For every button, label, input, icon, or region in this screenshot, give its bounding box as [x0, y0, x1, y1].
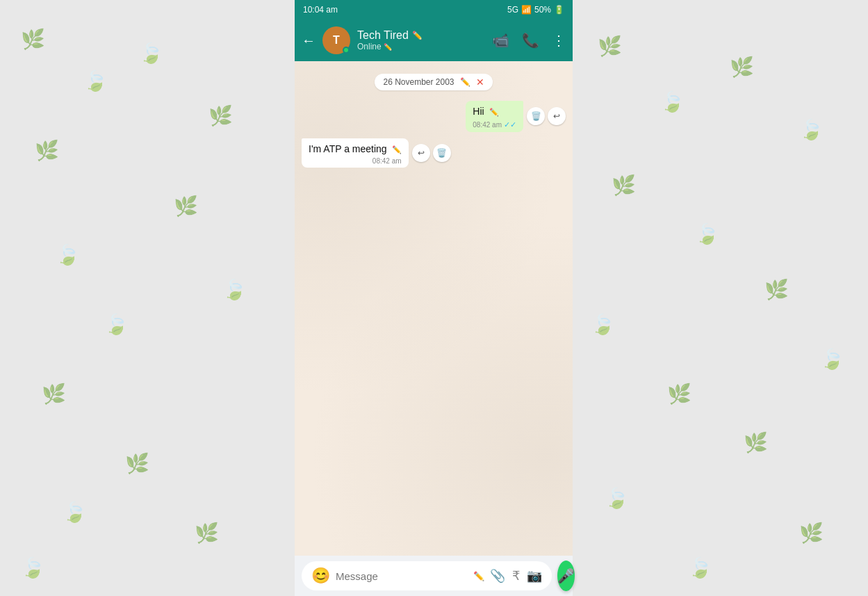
reply-message-button[interactable]: ↩ — [412, 144, 430, 162]
leaf-decoration: 🍃 — [605, 487, 629, 510]
message-wrapper: I'm ATP a meeting ✏️ 08:42 am ↩ 🗑️ — [302, 138, 451, 168]
camera-button[interactable]: 📷 — [527, 568, 542, 583]
leaf-decoration: 🍃 — [695, 223, 719, 245]
message-text: I'm ATP a meeting ✏️ — [309, 143, 402, 156]
leaf-decoration: 🍃 — [591, 313, 615, 336]
chat-header: ← T Tech Tired ✏️ Online ✏️ 📹 📞 ⋮ — [295, 19, 573, 61]
back-button[interactable]: ← — [302, 33, 316, 49]
leaf-decoration: 🍃 — [688, 556, 712, 579]
leaf-decoration: 🍃 — [56, 243, 80, 266]
message-wrapper: 🗑️ ↩ Hii ✏️ 08:42 am ✓✓ — [466, 101, 566, 132]
message-text: Hii ✏️ — [473, 105, 516, 119]
leaf-decoration: 🌿 — [744, 431, 768, 454]
leaf-decoration: 🌿 — [764, 278, 789, 301]
leaf-decoration: 🌿 — [125, 452, 149, 475]
leaf-decoration: 🌿 — [42, 382, 66, 405]
delete-message-button[interactable]: 🗑️ — [433, 144, 451, 162]
leaf-decoration: 🌿 — [667, 382, 691, 405]
leaf-decoration: 🍃 — [21, 556, 45, 579]
message-footer: 08:42 am — [309, 157, 402, 165]
sent-message-bubble[interactable]: Hii ✏️ 08:42 am ✓✓ — [466, 101, 523, 132]
leaf-decoration: 🌿 — [35, 139, 59, 162]
battery-icon: 🔋 — [554, 5, 564, 15]
battery-level: 50% — [534, 5, 551, 15]
leaf-decoration: 🍃 — [820, 348, 844, 371]
leaf-decoration: 🍃 — [222, 278, 247, 301]
edit-name-icon[interactable]: ✏️ — [412, 31, 423, 40]
time-display: 10:04 am — [303, 5, 338, 15]
leaf-decoration: 🌿 — [612, 174, 636, 197]
emoji-button[interactable]: 😊 — [311, 567, 330, 585]
message-actions: ↩ 🗑️ — [412, 144, 451, 162]
message-time: 08:42 am — [473, 121, 502, 129]
contact-status: Online ✏️ — [357, 42, 485, 51]
leaf-decoration: 🌿 — [799, 522, 824, 545]
leaf-decoration: 🌿 — [195, 522, 219, 545]
video-call-button[interactable]: 📹 — [492, 32, 509, 49]
status-bar: 10:04 am 5G 📶 50% 🔋 — [295, 0, 573, 19]
leaf-decoration: 🍃 — [139, 42, 163, 65]
mic-button[interactable]: 🎤 — [557, 561, 575, 591]
chat-messages-area: 26 November 2003 ✏️ ✕ 🗑️ ↩ Hii ✏️ 08: — [295, 61, 573, 556]
leaf-decoration: 🍃 — [104, 313, 129, 336]
contact-info[interactable]: Tech Tired ✏️ Online ✏️ — [357, 29, 485, 51]
date-separator: 26 November 2003 ✏️ ✕ — [302, 74, 566, 90]
leaf-decoration: 🍃 — [660, 90, 685, 113]
message-ticks: ✓✓ — [504, 120, 516, 129]
phone-call-button[interactable]: 📞 — [522, 32, 539, 49]
contact-name: Tech Tired ✏️ — [357, 29, 485, 42]
date-close-button[interactable]: ✕ — [476, 76, 484, 88]
leaf-decoration: 🍃 — [83, 70, 108, 92]
date-text: 26 November 2003 — [383, 77, 454, 87]
message-input-area: 😊 ✏️ 📎 ₹ 📷 🎤 — [295, 556, 573, 596]
mic-icon: 🎤 — [557, 567, 575, 584]
status-indicators: 5G 📶 50% 🔋 — [507, 5, 564, 15]
delete-message-button[interactable]: 🗑️ — [527, 107, 545, 125]
header-action-icons: 📹 📞 ⋮ — [492, 32, 566, 49]
edit-status-icon[interactable]: ✏️ — [384, 43, 392, 51]
leaf-decoration: 🌿 — [21, 28, 45, 51]
leaf-decoration: 🍃 — [63, 501, 87, 524]
message-edit-icon: ✏️ — [473, 571, 484, 581]
online-indicator — [343, 47, 350, 54]
signal-icon: 📶 — [521, 5, 532, 15]
leaf-decoration: 🌿 — [174, 195, 198, 218]
leaf-decoration: 🌿 — [730, 56, 754, 79]
reply-message-button[interactable]: ↩ — [548, 107, 566, 125]
message-row-received: I'm ATP a meeting ✏️ 08:42 am ↩ 🗑️ — [302, 138, 566, 168]
message-footer: 08:42 am ✓✓ — [473, 120, 516, 129]
input-action-icons: 📎 ₹ 📷 — [490, 568, 542, 583]
date-edit-icon[interactable]: ✏️ — [460, 77, 470, 87]
leaf-decoration: 🌿 — [208, 104, 233, 127]
message-input-container: 😊 ✏️ 📎 ₹ 📷 — [302, 561, 552, 590]
message-row-sent: 🗑️ ↩ Hii ✏️ 08:42 am ✓✓ — [302, 101, 566, 132]
leaf-decoration: 🌿 — [598, 35, 622, 58]
message-edit-icon[interactable]: ✏️ — [392, 145, 402, 154]
rupee-button[interactable]: ₹ — [512, 568, 520, 583]
message-actions: 🗑️ ↩ — [527, 107, 566, 125]
contact-avatar-container[interactable]: T — [322, 26, 350, 54]
network-indicator: 5G — [507, 5, 518, 15]
message-edit-icon[interactable]: ✏️ — [489, 108, 499, 116]
attach-button[interactable]: 📎 — [490, 568, 505, 583]
message-input[interactable] — [336, 570, 468, 582]
leaf-decoration: 🍃 — [799, 118, 824, 141]
date-badge-inner: 26 November 2003 ✏️ ✕ — [375, 74, 492, 90]
received-message-bubble[interactable]: I'm ATP a meeting ✏️ 08:42 am — [302, 138, 409, 168]
more-options-button[interactable]: ⋮ — [552, 32, 566, 49]
message-time: 08:42 am — [372, 157, 402, 165]
chat-container: 10:04 am 5G 📶 50% 🔋 ← T Tech Tired ✏️ On… — [295, 0, 573, 596]
